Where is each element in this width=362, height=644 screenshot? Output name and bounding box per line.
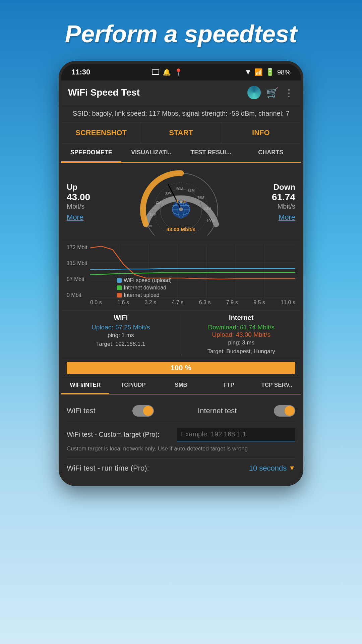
x-label-6: 9.5 s — [253, 300, 265, 306]
internet-test-label: Internet test — [198, 407, 237, 415]
location-icon: 📍 — [174, 68, 183, 76]
internet-stats-col: Internet Download: 61.74 Mbit/s Upload: … — [187, 314, 296, 356]
x-label-4: 6.3 s — [199, 300, 211, 306]
gauge-container: 3 ms 10M 13M 25M 38M 50M 63M 75M 88M 100… — [114, 168, 248, 235]
chart-x-labels: 0.0 s 1.6 s 3.2 s 4.7 s 6.3 s 7.9 s 9.5 … — [67, 298, 295, 307]
upload-panel: Up 43.00 Mbit/s More — [67, 182, 114, 222]
up-label: Up — [67, 182, 114, 192]
custom-target-label: WiFi test - Custom target (Pro): — [67, 431, 177, 438]
screen-icon — [152, 69, 159, 75]
custom-target-input[interactable] — [177, 428, 295, 441]
svg-text:88M: 88M — [204, 207, 211, 211]
screenshot-button[interactable]: SCREENSHOT — [61, 122, 141, 143]
more-options-icon[interactable]: ⋮ — [284, 87, 294, 99]
internet-download-stat: Download: 61.74 Mbit/s — [187, 324, 296, 331]
up-value: 43.00 — [67, 192, 114, 203]
bottom-tabs-bar: WIFI/INTER TCP/UDP SMB FTP TCP SERV.. — [61, 377, 301, 394]
down-value: 61.74 — [248, 192, 295, 203]
divider — [181, 314, 181, 356]
tab-wifi-inter[interactable]: WIFI/INTER — [61, 377, 109, 394]
down-unit: Mbit/s — [248, 203, 295, 210]
ssid-info-bar: SSID: bagoly, link speed: 117 Mbps, sign… — [61, 105, 301, 122]
svg-text:3 ms: 3 ms — [176, 199, 186, 204]
tabs-bar: SPEEDOMETE VISUALIZATI.. TEST RESUL.. CH… — [61, 144, 301, 163]
bell-icon: 🔔 — [163, 68, 171, 76]
internet-test-knob — [285, 406, 295, 416]
internet-upload-stat: Upload: 43.00 Mbit/s — [187, 331, 296, 338]
cart-icon[interactable]: 🛒 — [266, 87, 279, 99]
app-title: WiFi Speed Test — [68, 87, 242, 98]
chart-area: 172 Mbit 115 Mbit 57 Mbit 0 Mbit — [67, 245, 295, 298]
internet-stats-title: Internet — [187, 314, 296, 322]
chart-canvas: WiFi speed (upload) Internet download In… — [90, 245, 295, 298]
legend-internet-dl-dot — [117, 285, 122, 290]
wifi-status-icon: ▼ — [244, 68, 252, 76]
internet-target-stat: Target: Budapest, Hungary — [187, 347, 296, 356]
app-bar: WiFi Speed Test 🛒 ⋮ — [61, 80, 301, 105]
wifi-test-knob — [143, 406, 153, 416]
up-more-link[interactable]: More — [67, 213, 114, 222]
progress-text: 100 % — [67, 364, 295, 372]
status-right-icons: ▼ 📶 🔋 98% — [244, 68, 291, 76]
status-bar: 11:30 🔔 📍 ▼ 📶 🔋 98% — [61, 64, 301, 80]
svg-text:10M: 10M — [146, 224, 153, 228]
status-time: 11:30 — [71, 68, 90, 76]
status-icons: 🔔 📍 — [152, 68, 183, 76]
wifi-ping-stat: ping: 1 ms — [67, 331, 175, 340]
legend-internet-ul-dot — [117, 293, 122, 298]
tab-test-results[interactable]: TEST RESUL.. — [181, 144, 241, 162]
internet-ping-stat: ping: 3 ms — [187, 338, 296, 347]
y-label-1: 115 Mbit — [67, 260, 89, 266]
run-time-row: WiFi test - run time (Pro): 10 seconds ▼ — [67, 459, 295, 478]
legend-internet-ul: Internet upload — [117, 292, 172, 298]
info-button[interactable]: INFO — [221, 122, 301, 143]
down-more-link[interactable]: More — [248, 213, 295, 222]
chart-y-labels: 172 Mbit 115 Mbit 57 Mbit 0 Mbit — [67, 245, 89, 298]
page-title: Perform a speedtest — [52, 0, 310, 61]
svg-text:50M: 50M — [176, 187, 183, 191]
tab-tcp-serv[interactable]: TCP SERV.. — [253, 377, 301, 394]
svg-text:43.00 Mbit/s: 43.00 Mbit/s — [167, 226, 195, 232]
y-label-0: 172 Mbit — [67, 245, 89, 251]
battery-icon: 🔋 — [265, 68, 275, 76]
tab-visualization[interactable]: VISUALIZATI.. — [121, 144, 181, 162]
signal-icon: 📶 — [254, 68, 263, 76]
down-label: Down — [248, 182, 295, 192]
tab-charts[interactable]: CHARTS — [241, 144, 301, 162]
tab-ftp[interactable]: FTP — [205, 377, 253, 394]
speedometer-section: Up 43.00 Mbit/s More — [61, 163, 301, 241]
svg-text:13M: 13M — [149, 213, 156, 216]
wifi-stats-title: WiFi — [67, 314, 175, 322]
run-time-value: 10 seconds — [249, 464, 287, 473]
phone-frame: 11:30 🔔 📍 ▼ 📶 🔋 98% WiFi Speed Test 🛒 ⋮ … — [59, 61, 303, 486]
tab-smb[interactable]: SMB — [157, 377, 205, 394]
chevron-down-icon: ▼ — [289, 464, 295, 472]
settings-gear-icon[interactable] — [247, 86, 261, 99]
internet-test-toggle[interactable] — [274, 405, 295, 417]
chart-section: 172 Mbit 115 Mbit 57 Mbit 0 Mbit — [61, 241, 301, 310]
legend-internet-dl: Internet download — [117, 285, 172, 291]
wifi-test-toggle[interactable] — [132, 405, 154, 417]
wifi-upload-stat: Upload: 67.25 Mbit/s — [67, 324, 175, 331]
x-label-7: 11.0 s — [281, 300, 295, 306]
run-time-dropdown[interactable]: 10 seconds ▼ — [249, 464, 295, 473]
up-unit: Mbit/s — [67, 203, 114, 210]
x-label-5: 7.9 s — [226, 300, 238, 306]
y-label-3: 0 Mbit — [67, 292, 89, 298]
svg-text:75M: 75M — [197, 196, 204, 200]
stats-section: WiFi Upload: 67.25 Mbit/s ping: 1 ms Tar… — [61, 310, 301, 359]
tab-speedometer[interactable]: SPEEDOMETE — [61, 144, 121, 162]
settings-section: WiFi test Internet test WiFi test - Cust… — [61, 394, 301, 483]
custom-target-row: WiFi test - Custom target (Pro): Custom … — [67, 422, 295, 459]
legend-wifi-dot — [117, 278, 122, 283]
toggle-row: WiFi test Internet test — [67, 400, 295, 422]
progress-bar-section: 100 % — [61, 359, 301, 377]
custom-target-hint: Custom target is local network only. Use… — [67, 445, 248, 453]
battery-level: 98% — [277, 68, 291, 76]
action-buttons-row: SCREENSHOT START INFO — [61, 122, 301, 144]
start-button[interactable]: START — [141, 122, 221, 143]
tab-tcp-udp[interactable]: TCP/UDP — [109, 377, 157, 394]
x-label-3: 4.7 s — [172, 300, 184, 306]
run-time-label: WiFi test - run time (Pro): — [67, 464, 149, 473]
svg-text:100M: 100M — [206, 219, 215, 223]
